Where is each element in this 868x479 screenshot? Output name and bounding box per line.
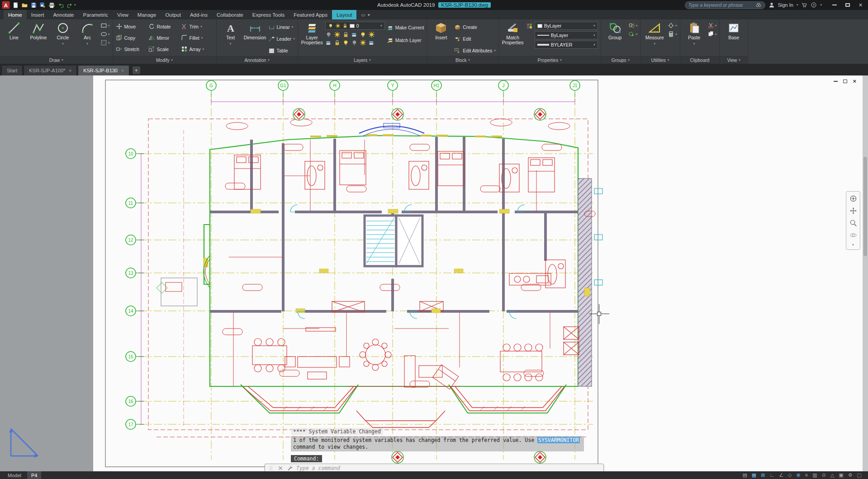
right-scrollbar[interactable] — [863, 75, 868, 471]
recttool-tool-icon[interactable] — [100, 22, 107, 29]
ellipsetool-tool-icon[interactable] — [100, 31, 107, 38]
isodraft-icon[interactable]: ◇ — [788, 473, 792, 478]
button-linear[interactable]: Linear▾ — [268, 22, 295, 32]
button-polyline[interactable]: Polyline — [27, 21, 50, 40]
annotation-visibility-icon[interactable]: ▣ — [839, 473, 843, 478]
panel-label-utilities[interactable]: Utilities▾ — [640, 56, 680, 64]
help-caret-icon[interactable]: ▾ — [820, 3, 822, 7]
scrollbar-thumb[interactable] — [863, 157, 867, 256]
file-tab-ksr-sjp-b130[interactable]: KSR-SJP-B130× — [78, 65, 129, 75]
button-group[interactable]: Group — [604, 21, 626, 40]
line-dropdown[interactable]: ByLayer▾ — [535, 31, 598, 39]
panel-label-view[interactable]: View▾ — [720, 56, 748, 64]
clean-screen-icon[interactable]: ▢ — [857, 473, 862, 478]
save-icon[interactable] — [30, 2, 37, 9]
layer-tool-bulb-icon[interactable] — [342, 39, 349, 46]
app-store-icon[interactable] — [801, 2, 807, 8]
panel-label-groups[interactable]: Groups▾ — [601, 56, 640, 64]
ribbon-options-caret-icon[interactable]: ▾ — [368, 13, 370, 17]
button-move[interactable]: Move — [116, 22, 148, 32]
orbit-icon[interactable] — [849, 231, 858, 240]
save-as-icon[interactable] — [39, 2, 46, 9]
lineweight-icon[interactable]: ≡ — [805, 473, 808, 478]
zoom-icon[interactable] — [849, 219, 858, 227]
ribbon-tab-view[interactable]: View — [113, 10, 133, 19]
snap-mode-icon[interactable]: ⊞ — [761, 473, 765, 478]
button-table[interactable]: Table — [268, 46, 295, 56]
id-tool-icon[interactable] — [668, 22, 674, 29]
button-base[interactable]: Base — [722, 21, 745, 40]
app-logo[interactable]: A — [2, 1, 10, 9]
button-make-current[interactable]: Make Current — [387, 23, 424, 33]
maximize-button[interactable] — [841, 0, 854, 10]
ribbon-tab-express-tools[interactable]: Express Tools — [248, 10, 289, 19]
new-file-icon[interactable] — [12, 2, 19, 9]
minimize-button[interactable] — [828, 0, 841, 10]
polar-tracking-icon[interactable]: ∠ — [779, 473, 783, 478]
plot-icon[interactable] — [48, 2, 55, 9]
ribbon-tab-manage[interactable]: Manage — [133, 10, 161, 19]
layer-tool-layer-icon[interactable] — [368, 39, 375, 46]
layout-paper[interactable]: GG1HYH1JJ11011121314151617 × — [93, 75, 863, 471]
grid-display-icon[interactable]: ▦ — [752, 473, 756, 478]
command-grip-icon[interactable] — [268, 465, 274, 471]
ortho-mode-icon[interactable]: ∟ — [769, 473, 774, 478]
drawing-canvas[interactable]: GG1HYH1JJ11011121314151617 × ▾ — [0, 75, 868, 471]
open-file-icon[interactable] — [21, 2, 28, 9]
help-icon[interactable]: ? — [811, 2, 817, 8]
button-fillet[interactable]: Fillet▾ — [181, 33, 213, 43]
button-stretch[interactable]: Stretch — [116, 44, 148, 54]
file-tab-start[interactable]: Start — [1, 65, 23, 75]
ribbon-tab-output[interactable]: Output — [161, 10, 185, 19]
lwt-dropdown[interactable]: BYLAYER▾ — [535, 41, 598, 49]
panel-label-block[interactable]: Block▾ — [427, 56, 498, 64]
button-scale[interactable]: Scale — [148, 44, 181, 54]
panel-label-modify[interactable]: Modify▾ — [113, 56, 216, 64]
layer-tool-lock-icon[interactable] — [334, 39, 341, 46]
ribbon-tab-collaborate[interactable]: Collaborate — [212, 10, 248, 19]
button-arc[interactable]: Arc▾ — [76, 21, 99, 46]
layer-tool-bulb-icon[interactable] — [360, 31, 366, 38]
layout-tab[interactable]: P4 — [27, 471, 41, 479]
sysvarmonitor-link[interactable]: SYSVARMONITOR — [537, 437, 580, 443]
ribbon-tab-annotate[interactable]: Annotate — [48, 10, 78, 19]
search-input[interactable]: Type a keyword or phrase — [685, 1, 765, 9]
button-match-properties[interactable]: Match Properties — [502, 21, 524, 45]
object-snap-icon[interactable]: ⊕ — [797, 473, 801, 478]
ribbon-tab-parametric[interactable]: Parametric — [79, 10, 113, 19]
button-edit[interactable]: Edit — [454, 34, 495, 44]
command-close-icon[interactable] — [277, 465, 284, 471]
layer-tool-sun-icon[interactable] — [334, 31, 341, 38]
search-icon[interactable] — [755, 2, 762, 8]
drawing-minimize-icon[interactable] — [834, 81, 838, 82]
file-tab-ksr-sjp-a100[interactable]: KSR-SJP-A100*× — [24, 65, 77, 75]
command-input[interactable]: Type a command — [265, 464, 604, 471]
panel-label-layers[interactable]: Layers▾ — [298, 56, 427, 64]
calc-tool-icon[interactable] — [668, 31, 674, 38]
annotation-scale-icon[interactable]: △ — [830, 473, 834, 478]
color-dropdown[interactable]: ByLayer▾ — [535, 22, 598, 30]
ungroup-tool-icon[interactable] — [628, 22, 635, 29]
layer-tool-off-icon[interactable] — [351, 39, 358, 46]
cut-tool-icon[interactable] — [707, 22, 714, 29]
file-tab-close-icon[interactable]: × — [121, 68, 124, 73]
button-insert[interactable]: Insert — [430, 21, 452, 40]
model-space-tab[interactable]: Model — [4, 471, 25, 479]
ribbon-tab-insert[interactable]: Insert — [27, 10, 49, 19]
ribbon-tab-add-ins[interactable]: Add-ins — [185, 10, 212, 19]
undo-icon[interactable] — [57, 2, 64, 9]
file-tab-close-icon[interactable]: × — [69, 68, 71, 73]
copyclip-tool-icon[interactable] — [707, 31, 714, 38]
button-dimension[interactable]: Dimension — [244, 21, 266, 40]
navbar-caret-icon[interactable]: ▾ — [852, 243, 854, 247]
close-button[interactable]: × — [854, 0, 867, 10]
button-leader[interactable]: Leader▾ — [268, 34, 295, 44]
button-layer-properties[interactable]: Layer Properties — [301, 21, 323, 45]
button-measure[interactable]: Measure▾ — [643, 21, 666, 46]
ribbon-tab-home[interactable]: Home — [4, 10, 27, 19]
sign-in-caret-icon[interactable]: ▾ — [797, 3, 798, 7]
command-customize-icon[interactable] — [287, 465, 293, 471]
button-line[interactable]: Line — [3, 21, 25, 40]
button-mirror[interactable]: Mirror — [148, 33, 181, 43]
pan-icon[interactable] — [849, 207, 858, 215]
